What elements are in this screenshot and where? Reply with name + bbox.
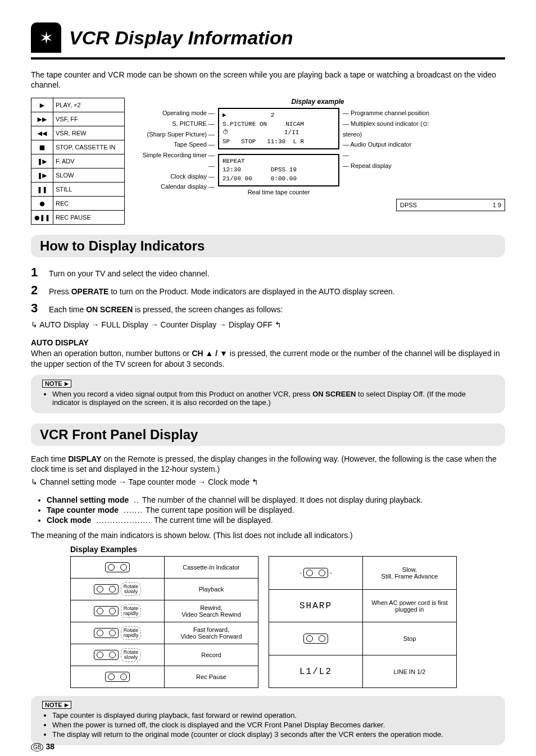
cassette-reel-icon <box>94 606 119 616</box>
rotate-tag: Rotateslowly <box>121 648 142 662</box>
example-icon-cell: SHARP <box>269 589 363 622</box>
page-footer: GB38 <box>31 742 54 751</box>
segment-text-icon: L1/L2 <box>299 667 332 677</box>
example-icon-cell <box>71 666 165 688</box>
meaning-line: The meaning of the main indicators is sh… <box>31 530 505 540</box>
mode-glyph-label: VSR, REW <box>53 126 125 140</box>
dpss-box: DPSS 1 9 <box>396 199 505 211</box>
rotate-tag: Rotaterapidly <box>121 626 142 640</box>
example-icon-cell: Rotaterapidly <box>71 600 165 622</box>
mode-glyph-icon: ■ <box>31 140 53 154</box>
display-label: S. PICTURE — <box>130 119 215 129</box>
mode-glyph-icon: ▶▶ <box>31 112 53 126</box>
mode-glyph-icon: ❚▶ <box>31 168 53 183</box>
osd-screen-1: ▶ 2 S.PICTURE ON NICAM ⏱ I/II SP STOP 11… <box>218 108 339 149</box>
note-item: When the power is turned off, the clock … <box>52 721 494 729</box>
mode-glyph-icon: ❚▶ <box>31 154 53 168</box>
examples-table-left: Cassette-In IndicatorRotateslowly Playba… <box>70 556 258 688</box>
example-label-cell: LINE IN 1/2 <box>363 655 457 688</box>
segment-text-icon: SHARP <box>299 601 332 611</box>
note-item: When you record a video signal output fr… <box>52 390 494 407</box>
osd-line: REPEAT <box>222 158 245 165</box>
cassette-reel-icon <box>105 562 130 572</box>
mode-glyph-icon: ◀◀ <box>31 126 53 140</box>
mode-item: Tape counter mode ....... The current ta… <box>47 505 505 514</box>
osd-line: ⏱ I/II <box>222 129 299 136</box>
cassette-reel-icon <box>94 650 119 660</box>
example-label-cell: Fast forward,Video Search Forward <box>165 622 258 644</box>
rotate-tag: Rotateslowly <box>121 582 142 596</box>
step-text: Each time ON SCREEN is pressed, the scre… <box>49 305 283 314</box>
figure-area: ▶ PLAY, ×2▶▶ VSF, FF◀◀ VSR, REW■ STOP, C… <box>31 98 505 225</box>
section-front: VCR Front Panel Display <box>31 423 505 446</box>
example-icon-cell <box>71 557 165 579</box>
example-label-cell: Rewind,Video Search Rewind <box>165 600 258 622</box>
example-label-cell: Playback <box>165 579 258 600</box>
display-label: Operating mode — <box>130 108 215 119</box>
mode-glyph-icon: ❚❚ <box>31 183 53 197</box>
examples-table-right: - - Slow,Still, Frame AdvanceSHARP When … <box>269 556 457 688</box>
mode-item: Clock mode .................... The curr… <box>47 516 505 525</box>
note-box-1: NOTE When you record a video signal outp… <box>31 375 505 413</box>
display-right-labels: — Programme channel position— Multiplex … <box>343 108 444 171</box>
example-label-cell: Slow,Still, Frame Advance <box>363 557 457 590</box>
example-icon-cell: Rotaterapidly <box>71 622 165 644</box>
step-text: Press OPERATE to turn on the Product. Mo… <box>49 287 395 296</box>
mode-glyph-icon: ▶ <box>31 98 53 112</box>
display-left-labels: Operating mode —S. PICTURE —(Sharp Super… <box>130 108 215 192</box>
note-item: The display will return to the original … <box>52 730 494 739</box>
example-icon-cell <box>269 622 363 655</box>
page-title-row: ✶ VCR Display Information <box>31 22 505 60</box>
cassette-reel-icon <box>94 584 119 594</box>
example-icon-cell: Rotateslowly <box>71 644 165 666</box>
note-box-2: NOTE Tape counter is displayed during pl… <box>31 696 505 745</box>
mode-glyph-label: PLAY, ×2 <box>53 98 125 112</box>
mode-glyph-label: SLOW <box>53 168 125 183</box>
section-howto: How to Display Indicators <box>31 235 505 257</box>
display-label: — <box>130 161 215 171</box>
osd-line: SP STOP 11:30 L R <box>222 138 304 145</box>
osd-line: ▶ 2 <box>222 112 274 119</box>
counter-caption: Real time tape counter <box>218 189 339 195</box>
mode-item: Channel setting mode .. The number of th… <box>47 495 505 504</box>
step-number: 2 <box>31 283 40 298</box>
cassette-reel-icon <box>94 628 119 638</box>
cassette-reel-icon <box>105 672 130 682</box>
display-label: — Repeat display <box>343 161 444 171</box>
display-label: Calendar display — <box>130 181 215 192</box>
auto-display-heading: AUTO DISPLAY <box>31 338 505 347</box>
modes-list: Channel setting mode .. The number of th… <box>47 495 505 525</box>
example-label-cell: Record <box>165 644 258 666</box>
auto-display-body: When an operation button, number buttons… <box>31 348 505 368</box>
osd-line: 12:30 DPSS 19 <box>222 166 297 173</box>
example-label-cell: Cassette-In Indicator <box>165 557 258 579</box>
osd-line: S.PICTURE ON NICAM <box>222 121 304 127</box>
display-header: Display example <box>130 98 505 106</box>
example-label-cell: Stop <box>363 622 457 655</box>
note-tag: NOTE <box>42 701 71 709</box>
examples-heading: Display Examples <box>70 545 505 554</box>
dpss-value: 1 9 <box>493 202 501 208</box>
dpss-label: DPSS <box>400 202 417 208</box>
step-number: 3 <box>31 301 40 316</box>
cassette-reel-icon <box>303 568 328 578</box>
osd-line: 21/08 00 0:00.00 <box>222 175 297 182</box>
mode-glyph-label: F. ADV <box>53 154 125 168</box>
footer-region: GB <box>31 743 43 752</box>
title-icon: ✶ <box>31 22 61 53</box>
mode-glyph-label: STOP, CASSETTE IN <box>53 140 125 154</box>
display-label: (Sharp Super Picture) — <box>130 129 215 140</box>
footer-page: 38 <box>46 742 54 751</box>
mode-glyph-label: REC <box>53 197 125 211</box>
example-label-cell: Rec Pause <box>165 666 258 688</box>
mode-flow: ↳ Channel setting mode → Tape counter mo… <box>31 477 505 486</box>
display-label: Simple Recording timer — <box>130 150 215 161</box>
mode-glyph-icon: ● <box>31 197 53 211</box>
example-icon-cell: Rotateslowly <box>71 579 165 600</box>
note-item: Tape counter is displayed during playbac… <box>52 711 494 719</box>
display-label: Clock display — <box>130 171 215 182</box>
display-example: Display example Operating mode —S. PICTU… <box>130 98 505 225</box>
display-flow: ↳ AUTO Display → FULL Display → Counter … <box>31 320 505 329</box>
display-label: — Multiplex sound indicator (⊙: stereo) <box>343 119 444 139</box>
examples-tables: Cassette-In IndicatorRotateslowly Playba… <box>70 556 505 688</box>
